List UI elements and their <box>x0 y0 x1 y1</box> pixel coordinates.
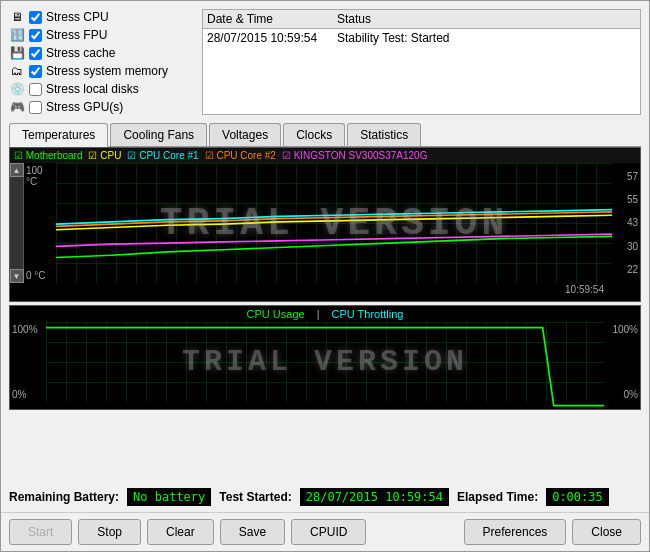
cache-icon: 💾 <box>9 45 25 61</box>
log-header: Date & Time Status <box>203 10 640 29</box>
checkbox-stress-cpu[interactable]: 🖥 Stress CPU <box>9 9 194 25</box>
right-buttons: Preferences Close <box>464 519 641 545</box>
close-button[interactable]: Close <box>572 519 641 545</box>
left-buttons: Start Stop Clear Save CPUID <box>9 519 366 545</box>
fpu-icon: 🔢 <box>9 27 25 43</box>
memory-icon: 🗂 <box>9 63 25 79</box>
y-labels-left: 100 °C 0 °C <box>24 163 56 283</box>
checkbox-stress-disks-label: Stress local disks <box>46 82 139 96</box>
time-label-area: 10:59:54 <box>10 283 640 296</box>
log-cell-datetime: 28/07/2015 10:59:54 <box>207 31 337 45</box>
tab-statistics[interactable]: Statistics <box>347 123 421 146</box>
log-header-datetime: Date & Time <box>207 12 337 26</box>
checkbox-stress-disks[interactable]: 💿 Stress local disks <box>9 81 194 97</box>
elapsed-label: Elapsed Time: <box>457 490 538 504</box>
clear-button[interactable]: Clear <box>147 519 214 545</box>
cpu-usage-label: CPU Usage <box>247 308 305 320</box>
status-bar: Remaining Battery: No battery Test Start… <box>1 482 649 512</box>
cpu-y-labels-right: 100% 0% <box>604 322 640 402</box>
checkbox-stress-fpu-input[interactable] <box>29 29 42 42</box>
tabs-section: Temperatures Cooling Fans Voltages Clock… <box>1 123 649 147</box>
elapsed-value: 0:00:35 <box>546 488 609 506</box>
battery-value: No battery <box>127 488 211 506</box>
checkbox-stress-memory-label: Stress system memory <box>46 64 168 78</box>
checkbox-stress-cache-input[interactable] <box>29 47 42 60</box>
y-labels-right: 57 55 43 30 22 <box>612 163 640 283</box>
gpu-icon: 🎮 <box>9 99 25 115</box>
checkbox-stress-memory-input[interactable] <box>29 65 42 78</box>
checkbox-stress-fpu-label: Stress FPU <box>46 28 107 42</box>
chart-time: 10:59:54 <box>565 284 604 295</box>
scroll-up-arrow[interactable]: ▲ <box>10 163 24 177</box>
charts-section: ☑ Motherboard ☑ CPU ☑ CPU Core #1 ☑ CPU … <box>9 147 641 478</box>
main-window: 🖥 Stress CPU 🔢 Stress FPU 💾 Stress cache… <box>0 0 650 552</box>
save-button[interactable]: Save <box>220 519 285 545</box>
cpu-y-labels-left: 100% 0% <box>10 322 46 402</box>
tab-cooling-fans[interactable]: Cooling Fans <box>110 123 207 146</box>
tab-clocks[interactable]: Clocks <box>283 123 345 146</box>
cpu-labels-row: CPU Usage | CPU Throttling <box>10 306 640 322</box>
log-cell-status: Stability Test: Started <box>337 31 450 45</box>
tab-temperatures[interactable]: Temperatures <box>9 123 108 147</box>
legend-mb: ☑ Motherboard <box>14 150 82 161</box>
cpu-icon: 🖥 <box>9 9 25 25</box>
checkbox-stress-fpu[interactable]: 🔢 Stress FPU <box>9 27 194 43</box>
checkbox-stress-cache[interactable]: 💾 Stress cache <box>9 45 194 61</box>
bottom-buttons: Start Stop Clear Save CPUID Preferences … <box>1 512 649 551</box>
checkbox-stress-gpu-input[interactable] <box>29 101 42 114</box>
test-started-value: 28/07/2015 10:59:54 <box>300 488 449 506</box>
checkbox-stress-cpu-label: Stress CPU <box>46 10 109 24</box>
checkbox-stress-cpu-input[interactable] <box>29 11 42 24</box>
preferences-button[interactable]: Preferences <box>464 519 567 545</box>
top-section: 🖥 Stress CPU 🔢 Stress FPU 💾 Stress cache… <box>1 1 649 123</box>
chart-main-area: TRIAL VERSION <box>56 163 612 283</box>
checkbox-stress-cache-label: Stress cache <box>46 46 115 60</box>
legend-core2: ☑ CPU Core #2 <box>205 150 276 161</box>
log-header-status: Status <box>337 12 371 26</box>
scroll-down-arrow[interactable]: ▼ <box>10 269 24 283</box>
temperature-chart: ☑ Motherboard ☑ CPU ☑ CPU Core #1 ☑ CPU … <box>9 147 641 302</box>
test-started-label: Test Started: <box>219 490 291 504</box>
checkbox-stress-disks-input[interactable] <box>29 83 42 96</box>
log-table: Date & Time Status 28/07/2015 10:59:54 S… <box>202 9 641 115</box>
tab-voltages[interactable]: Voltages <box>209 123 281 146</box>
battery-label: Remaining Battery: <box>9 490 119 504</box>
start-button[interactable]: Start <box>9 519 72 545</box>
cpu-chart-area: TRIAL VERSION <box>46 322 604 402</box>
checkbox-stress-gpu[interactable]: 🎮 Stress GPU(s) <box>9 99 194 115</box>
cpu-chart: CPU Usage | CPU Throttling 100% 0% TRIAL… <box>9 305 641 410</box>
scrollbar-left[interactable]: ▲ ▼ <box>10 163 24 283</box>
stop-button[interactable]: Stop <box>78 519 141 545</box>
cpu-throttling-label: CPU Throttling <box>332 308 404 320</box>
checkboxes-panel: 🖥 Stress CPU 🔢 Stress FPU 💾 Stress cache… <box>9 9 194 115</box>
cpu-lines <box>46 322 604 410</box>
checkbox-stress-gpu-label: Stress GPU(s) <box>46 100 123 114</box>
tabs-bar: Temperatures Cooling Fans Voltages Clock… <box>9 123 641 147</box>
temp-lines <box>56 163 612 274</box>
cpuid-button[interactable]: CPUID <box>291 519 366 545</box>
disk-icon: 💿 <box>9 81 25 97</box>
log-row: 28/07/2015 10:59:54 Stability Test: Star… <box>203 29 640 47</box>
legend-cpu: ☑ CPU <box>88 150 121 161</box>
checkbox-stress-memory[interactable]: 🗂 Stress system memory <box>9 63 194 79</box>
legend-kingston: ☑ KINGSTON SV300S37A120G <box>282 150 428 161</box>
legend-core1: ☑ CPU Core #1 <box>127 150 198 161</box>
